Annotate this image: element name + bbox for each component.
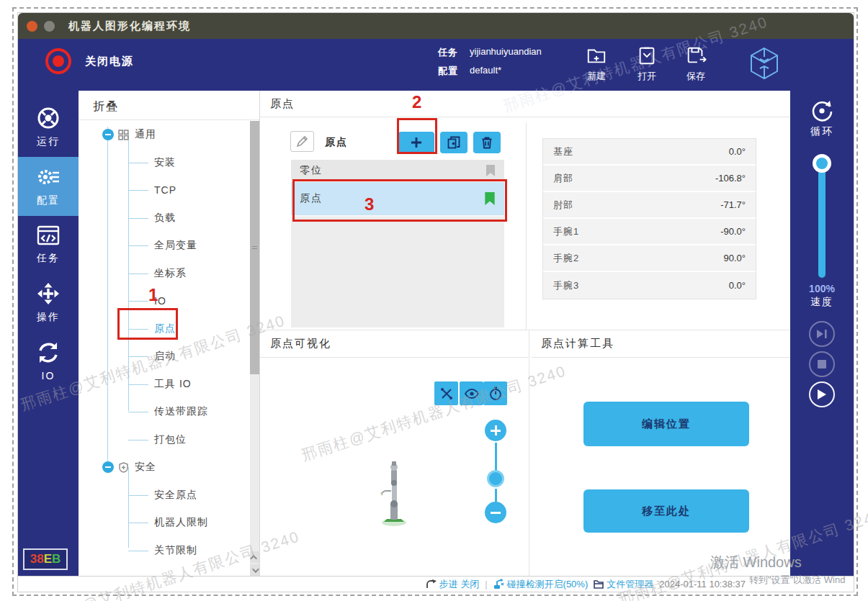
minimize-icon[interactable]	[44, 21, 55, 32]
titlebar: 机器人图形化编程环境	[18, 13, 854, 39]
tree-item-io[interactable]: IO	[79, 287, 248, 315]
tree-item-coords[interactable]: 坐标系	[79, 260, 248, 288]
config-label: 配置	[438, 65, 470, 78]
eye-icon	[465, 389, 479, 399]
edit-position-button[interactable]: 编辑位置	[583, 402, 749, 446]
loop-label: 循环	[790, 125, 854, 138]
tree-item-safe-origin[interactable]: 安全原点	[79, 482, 248, 510]
zoom-in-button[interactable]	[485, 420, 506, 441]
tree-scrollbar[interactable]	[250, 121, 259, 576]
speed-slider-handle[interactable]	[813, 154, 831, 173]
new-icon	[586, 45, 607, 66]
divider: |	[485, 579, 487, 589]
collision-status[interactable]: 碰撞检测开启(50%)	[493, 578, 589, 591]
play-button[interactable]	[809, 381, 835, 407]
zoom-slider-track[interactable]	[495, 443, 497, 471]
open-button[interactable]: 打开	[622, 45, 672, 83]
loop-icon[interactable]	[809, 98, 835, 124]
edit-pencil-icon	[296, 135, 308, 148]
tree-item-payload[interactable]: 负载	[79, 204, 248, 232]
main-content: 原点 原点	[260, 91, 790, 576]
tree-group-label: 安全	[135, 461, 156, 474]
config-value: default*	[470, 65, 501, 78]
rename-origin-button[interactable]	[290, 131, 314, 152]
scroll-down-icon[interactable]	[250, 564, 259, 576]
step-forward-button[interactable]	[809, 321, 835, 347]
collapse-toggle-icon[interactable]	[102, 461, 114, 473]
bookmark-icon[interactable]	[486, 164, 496, 177]
tree-item-install[interactable]: 安装	[79, 149, 248, 177]
tree-item-origin[interactable]: 原点	[79, 315, 248, 343]
divider	[260, 330, 790, 330]
stop-icon	[818, 360, 826, 369]
timer-icon	[489, 387, 502, 401]
body: 运行 配置 任务	[18, 91, 854, 576]
add-origin-button[interactable]	[398, 132, 434, 153]
table-row: 肩部-106.8°	[543, 166, 756, 192]
tree-item-pack-pos[interactable]: 打包位	[79, 426, 248, 454]
tree-item-joint-limits[interactable]: 关节限制	[79, 537, 248, 565]
task-label: 任务	[438, 46, 470, 59]
duplicate-icon	[447, 136, 460, 149]
tree-group-safety[interactable]: 安全	[79, 453, 248, 482]
right-rail: 循环 100% 速度	[790, 91, 854, 576]
nav-item-task[interactable]: 任务	[18, 216, 79, 274]
zoom-slider-handle[interactable]	[487, 470, 504, 487]
nav-item-config[interactable]: 配置	[18, 157, 79, 216]
visibility-button[interactable]	[460, 381, 483, 405]
task-icon	[35, 223, 61, 248]
speed-slider-track[interactable]	[818, 160, 826, 278]
step-mode-status[interactable]: 步进 关闭	[426, 578, 480, 591]
robot-figure	[367, 459, 421, 528]
table-row: 手腕290.0°	[543, 245, 756, 272]
nav-item-io[interactable]: IO	[18, 333, 79, 390]
nav-label-task: 任务	[37, 252, 60, 265]
status-badge: 38EB	[23, 548, 68, 570]
tree-item-robot-limits[interactable]: 机器人限制	[79, 509, 248, 537]
power-icon	[43, 46, 73, 76]
origin-panel-title: 原点	[270, 97, 295, 111]
config-icon	[35, 164, 61, 190]
tree-item-global-vars[interactable]: 全局变量	[79, 232, 248, 260]
file-manager-button[interactable]: 文件管理器	[594, 578, 653, 591]
general-grid-icon	[118, 130, 129, 140]
divider	[526, 122, 527, 330]
run-icon	[35, 105, 61, 131]
io-icon	[35, 340, 61, 366]
stop-button[interactable]	[809, 351, 835, 377]
nav-label-config: 配置	[37, 194, 60, 207]
duplicate-origin-button[interactable]	[440, 132, 467, 153]
origin-list-item-origin[interactable]: 原点	[291, 182, 504, 217]
tree-item-conveyor[interactable]: 传送带跟踪	[79, 398, 248, 426]
scrollbar-thumb[interactable]	[250, 121, 259, 374]
tree-group-general[interactable]: 通用	[79, 121, 248, 149]
zoom-slider-track[interactable]	[495, 489, 497, 502]
table-row: 手腕1-90.0°	[543, 219, 756, 245]
tree-item-tool-io[interactable]: 工具 IO	[79, 371, 248, 399]
power-button[interactable]: 关闭电源	[43, 46, 134, 76]
scroll-up-icon[interactable]	[250, 551, 259, 563]
new-button[interactable]: 新建	[571, 45, 622, 83]
app-window: 机器人图形化编程环境 关闭电源 任务 yijianhuiyuandian 配置 …	[18, 13, 854, 592]
datetime: 2024-01-11 10:38:37	[659, 579, 746, 589]
nav-item-run[interactable]: 运行	[18, 98, 79, 157]
reset-view-button[interactable]	[483, 381, 507, 405]
origin-list-item-zero[interactable]: 零位	[291, 160, 504, 182]
collapse-toggle-icon[interactable]	[102, 129, 114, 140]
task-value: yijianhuiyuandian	[470, 46, 542, 59]
view-tools-button[interactable]	[434, 381, 458, 405]
nav-item-operate[interactable]: 操作	[18, 274, 79, 333]
move-here-button[interactable]: 移至此处	[583, 489, 749, 533]
delete-origin-button[interactable]	[473, 132, 501, 153]
left-nav-rail: 运行 配置 任务	[18, 91, 79, 576]
zoom-out-button[interactable]	[485, 502, 506, 523]
collision-icon	[493, 579, 504, 589]
operate-icon	[35, 281, 61, 307]
close-icon[interactable]	[27, 21, 37, 32]
divider	[529, 330, 529, 576]
tree-item-tcp[interactable]: TCP	[79, 176, 248, 204]
tree-item-startup[interactable]: 启动	[79, 343, 248, 371]
save-button[interactable]: 保存	[671, 45, 721, 83]
divider	[79, 119, 259, 120]
bookmark-icon-active[interactable]	[484, 191, 496, 206]
